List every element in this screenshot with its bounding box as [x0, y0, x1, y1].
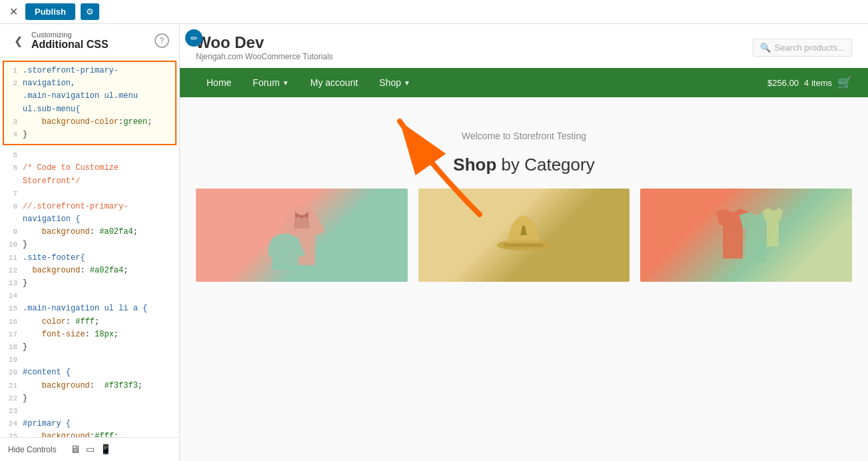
site-title-area: Woo Dev Njengah.com WooCommerce Tutorial…	[196, 33, 333, 61]
code-line: 16 color: #fff;	[5, 316, 174, 328]
forum-dropdown-icon: ▼	[282, 79, 289, 87]
code-line: 14	[5, 290, 174, 302]
main-content: Welcome to Storefront Testing Shop by Ca…	[180, 97, 868, 461]
code-line: 11 .site-footer{	[5, 252, 174, 264]
code-line: 17 font-size: 18px;	[5, 328, 174, 341]
site-header: Woo Dev Njengah.com WooCommerce Tutorial…	[180, 24, 868, 68]
bottom-bar: Hide Controls 🖥 ▭ 📱	[0, 437, 179, 461]
nav-item-myaccount[interactable]: My account	[300, 68, 369, 97]
svg-rect-3	[504, 243, 544, 247]
code-line: 12 background: #a02fa4;	[5, 264, 174, 277]
hoodie-illustration-1	[268, 199, 335, 272]
site-title: Woo Dev	[196, 33, 333, 52]
search-box[interactable]: 🔍 Search products...	[753, 39, 853, 57]
nav-items: Home Forum ▼ My account Shop ▼	[196, 68, 767, 97]
code-line: .main-navigation ul.menu	[5, 90, 174, 103]
panel-header-left: ❮ Customizing Additional CSS	[10, 31, 109, 51]
mobile-view-button[interactable]: 📱	[100, 444, 111, 456]
code-line: 21 background: #f3f3f3;	[5, 380, 174, 392]
code-line: 23	[5, 405, 174, 418]
shop-by-category-heading: Shop by Category	[196, 155, 852, 175]
code-line: 24 #primary {	[5, 418, 174, 430]
code-line: 18 }	[5, 341, 174, 354]
normal-code-block: 5 6 /* Code to Customize Storefront*/ 7 …	[0, 148, 179, 437]
cart-amount: $256.00	[767, 78, 799, 88]
code-line: 4 }	[5, 129, 174, 141]
back-button[interactable]: ❮	[10, 33, 26, 49]
code-line: 9 background: #a02fa4;	[5, 226, 174, 238]
welcome-text: Welcome to Storefront Testing	[196, 111, 852, 155]
customizing-label: Customizing	[31, 31, 109, 39]
desktop-view-button[interactable]: 🖥	[70, 444, 81, 456]
code-line: 25 background:#fff;	[5, 430, 174, 437]
shop-category-suffix: by Category	[496, 155, 594, 175]
help-button[interactable]: ?	[155, 33, 169, 48]
highlighted-code-block: 1 .storefront-primary- 2 navigation, .ma…	[3, 61, 177, 145]
panel-header: ❮ Customizing Additional CSS ?	[0, 24, 179, 58]
tshirts-illustration	[709, 199, 783, 272]
search-icon: 🔍	[760, 43, 771, 53]
preview-panel: ✏ Woo Dev Njengah.com WooCommerce Tutori…	[180, 24, 868, 461]
close-button[interactable]: ✕	[7, 5, 20, 19]
cart-area[interactable]: $256.00 4 items 🛒	[767, 75, 852, 90]
code-line: Storefront*/	[5, 175, 174, 188]
code-editor[interactable]: 1 .storefront-primary- 2 navigation, .ma…	[0, 58, 179, 437]
nav-item-home[interactable]: Home	[196, 68, 242, 97]
nav-item-forum[interactable]: Forum ▼	[242, 68, 299, 97]
publish-button[interactable]: Publish	[25, 3, 75, 20]
shop-dropdown-icon: ▼	[404, 79, 410, 87]
product-grid	[196, 189, 852, 282]
code-line: ul.sub-menu{	[5, 103, 174, 116]
site-tagline: Njengah.com WooCommerce Tutorials	[196, 52, 333, 61]
code-line: 1 .storefront-primary-	[5, 65, 174, 77]
hide-controls-label: Hide Controls	[8, 445, 57, 454]
settings-button[interactable]: ⚙	[81, 3, 99, 20]
hide-controls-button[interactable]: Hide Controls	[8, 445, 57, 454]
code-line: 3 background-color:green;	[5, 116, 174, 129]
code-line: 6 /* Code to Customize	[5, 162, 174, 175]
code-line: 2 navigation,	[5, 77, 174, 90]
code-line: 22 }	[5, 392, 174, 405]
product-card-tshirts[interactable]	[640, 189, 852, 282]
nav-bar: Home Forum ▼ My account Shop ▼ $256.00 4…	[180, 68, 868, 97]
panel-title-section: Customizing Additional CSS	[31, 31, 109, 51]
search-placeholder: Search products...	[775, 43, 845, 53]
code-line: 13 }	[5, 277, 174, 290]
main-layout: ❮ Customizing Additional CSS ? 1 .storef…	[0, 24, 868, 461]
shop-bold-text: Shop	[453, 155, 496, 175]
cart-items-count: 4 items	[804, 78, 832, 88]
tablet-view-button[interactable]: ▭	[86, 444, 95, 456]
code-line: 8 //.storefront-primary-	[5, 201, 174, 213]
nav-item-shop[interactable]: Shop ▼	[368, 68, 421, 97]
product-card-hats[interactable]	[418, 189, 630, 282]
code-line: 7	[5, 188, 174, 201]
left-panel: ❮ Customizing Additional CSS ? 1 .storef…	[0, 24, 180, 461]
code-line: 10 }	[5, 238, 174, 251]
top-bar: ✕ Publish ⚙	[0, 0, 868, 24]
code-line: 19	[5, 354, 174, 366]
hats-illustration	[490, 199, 557, 272]
code-line: 5	[5, 149, 174, 162]
panel-title: Additional CSS	[31, 39, 109, 51]
code-line: navigation {	[5, 213, 174, 226]
edit-pencil-button[interactable]: ✏	[185, 29, 203, 47]
code-line: 20 #content {	[5, 366, 174, 379]
code-line: 15 .main-navigation ul li a {	[5, 302, 174, 315]
product-card-hoodies[interactable]	[196, 189, 408, 282]
cart-icon: 🛒	[837, 75, 852, 90]
device-icons: 🖥 ▭ 📱	[70, 444, 111, 456]
